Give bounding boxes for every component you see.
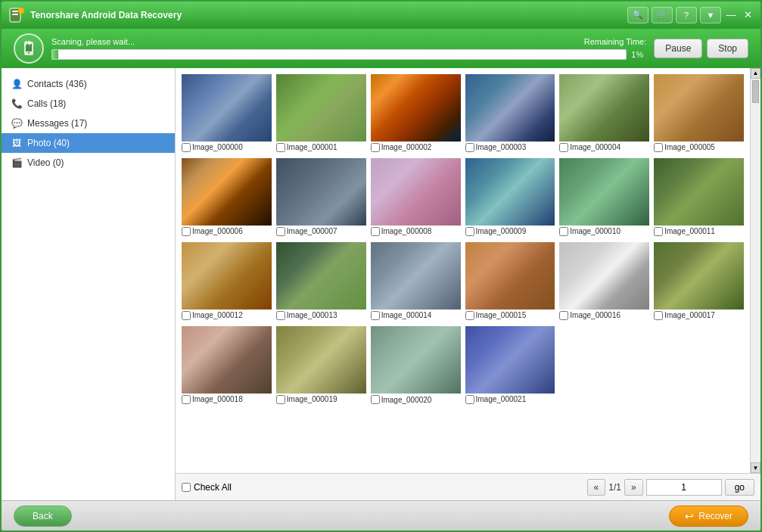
photo-checkbox[interactable] <box>182 143 191 152</box>
photo-name-label: Image_000014 <box>381 311 432 319</box>
photo-checkbox[interactable] <box>654 311 663 320</box>
photo-item[interactable]: Image_000003 <box>465 74 555 154</box>
scroll-down-btn[interactable]: ▼ <box>751 462 760 473</box>
sidebar-item-messages[interactable]: 💬 Messages (17) <box>2 114 175 133</box>
footer: Back ↩ Recover <box>2 500 760 530</box>
photo-checkbox[interactable] <box>559 311 568 320</box>
sidebar-label-contacts: Contacts (436) <box>27 79 87 89</box>
photo-item[interactable]: Image_000021 <box>465 326 555 406</box>
calls-icon: 📞 <box>11 98 23 110</box>
progress-bar-fill <box>52 50 58 59</box>
sidebar-item-calls[interactable]: 📞 Calls (18) <box>2 94 175 114</box>
photo-item[interactable]: Image_000017 <box>654 242 744 322</box>
progress-labels: Scaning, please wait... Remaining Time: <box>51 37 646 46</box>
photo-name-label: Image_000002 <box>381 143 432 151</box>
stop-button[interactable]: Stop <box>707 39 748 58</box>
prev-page-btn[interactable]: « <box>587 479 606 496</box>
photo-item[interactable]: Image_000002 <box>371 74 461 154</box>
next-page-btn[interactable]: » <box>624 479 643 496</box>
photo-name-label: Image_000005 <box>664 143 715 151</box>
sidebar-item-contacts[interactable]: 👤 Contacts (436) <box>2 74 175 94</box>
photo-thumbnail <box>559 242 649 310</box>
photo-item[interactable]: Image_000018 <box>182 326 272 406</box>
photo-name-label: Image_000010 <box>570 227 620 235</box>
photo-item[interactable]: Image_000000 <box>182 74 272 154</box>
page-input[interactable] <box>646 479 722 496</box>
photo-item[interactable]: Image_000014 <box>371 242 461 322</box>
photo-checkbox[interactable] <box>276 311 285 320</box>
back-button[interactable]: Back <box>14 506 72 527</box>
cart-button[interactable]: 🛒 <box>652 7 673 23</box>
photo-label-row: Image_000016 <box>559 310 649 322</box>
photo-label-row: Image_000005 <box>654 142 744 154</box>
photo-item[interactable]: Image_000008 <box>371 158 461 238</box>
photo-checkbox[interactable] <box>465 311 474 320</box>
photo-item[interactable]: Image_000006 <box>182 158 272 238</box>
photo-label-row: Image_000019 <box>276 394 366 406</box>
photo-item[interactable]: Image_000019 <box>276 326 366 406</box>
search-button[interactable]: 🔍 <box>627 7 648 23</box>
photo-item[interactable]: Image_000004 <box>559 74 649 154</box>
photo-thumbnail <box>654 158 744 226</box>
video-icon: 🎬 <box>11 157 23 169</box>
photo-checkbox[interactable] <box>276 143 285 152</box>
photo-item[interactable]: Image_000007 <box>276 158 366 238</box>
photo-checkbox[interactable] <box>465 143 474 152</box>
photo-item[interactable]: Image_000011 <box>654 158 744 238</box>
photo-thumbnail <box>371 326 461 394</box>
photo-thumbnail <box>371 242 461 310</box>
photo-checkbox[interactable] <box>371 311 380 320</box>
photo-checkbox[interactable] <box>276 395 285 404</box>
page-info: 1/1 <box>608 482 621 493</box>
photo-label-row: Image_000008 <box>371 226 461 238</box>
remaining-label: Remaining Time: <box>584 37 647 46</box>
photo-checkbox[interactable] <box>654 227 663 236</box>
photo-checkbox[interactable] <box>559 227 568 236</box>
photo-name-label: Image_000019 <box>287 395 337 403</box>
check-all-area: Check All <box>182 482 232 493</box>
go-button[interactable]: go <box>725 479 754 496</box>
sidebar-item-video[interactable]: 🎬 Video (0) <box>2 153 175 173</box>
svg-text:↑: ↑ <box>20 8 23 14</box>
photo-checkbox[interactable] <box>276 227 285 236</box>
scroll-thumb[interactable] <box>752 80 759 103</box>
scroll-up-btn[interactable]: ▲ <box>751 68 760 79</box>
photo-item[interactable]: Image_000009 <box>465 158 555 238</box>
nav-buttons: « 1/1 » go <box>587 479 754 496</box>
sidebar-item-photos[interactable]: 🖼 Photo (40) <box>2 133 175 153</box>
photo-item[interactable]: Image_000020 <box>371 326 461 406</box>
progress-area: Scaning, please wait... Remaining Time: … <box>2 29 760 68</box>
photo-thumbnail <box>559 74 649 142</box>
scrollbar[interactable]: ▲ ▼ <box>750 68 760 474</box>
photo-item[interactable]: Image_000015 <box>465 242 555 322</box>
photo-checkbox[interactable] <box>465 227 474 236</box>
messages-icon: 💬 <box>11 117 23 129</box>
photo-checkbox[interactable] <box>654 143 663 152</box>
photo-thumbnail <box>182 326 272 394</box>
photo-checkbox[interactable] <box>371 395 380 404</box>
photo-checkbox[interactable] <box>182 227 191 236</box>
photo-name-label: Image_000013 <box>287 311 337 319</box>
photo-checkbox[interactable] <box>465 395 474 404</box>
pause-button[interactable]: Pause <box>654 39 702 58</box>
help-button[interactable]: ? <box>676 7 697 23</box>
minimize-button[interactable]: — <box>724 8 738 22</box>
check-all-checkbox[interactable] <box>182 483 191 492</box>
photo-item[interactable]: Image_000005 <box>654 74 744 154</box>
dropdown-button[interactable]: ▼ <box>700 7 721 23</box>
recover-button[interactable]: ↩ Recover <box>669 506 748 527</box>
photo-item[interactable]: Image_000013 <box>276 242 366 322</box>
svg-rect-1 <box>12 11 18 12</box>
photo-item[interactable]: Image_000016 <box>559 242 649 322</box>
photo-checkbox[interactable] <box>371 143 380 152</box>
close-button[interactable]: ✕ <box>741 8 754 22</box>
photo-checkbox[interactable] <box>371 227 380 236</box>
photo-checkbox[interactable] <box>182 395 191 404</box>
photo-checkbox[interactable] <box>182 311 191 320</box>
photo-item[interactable]: Image_000001 <box>276 74 366 154</box>
photo-item[interactable]: Image_000010 <box>559 158 649 238</box>
photo-name-label: Image_000000 <box>192 143 243 151</box>
photo-name-label: Image_000003 <box>476 143 527 151</box>
photo-item[interactable]: Image_000012 <box>182 242 272 322</box>
photo-checkbox[interactable] <box>559 143 568 152</box>
